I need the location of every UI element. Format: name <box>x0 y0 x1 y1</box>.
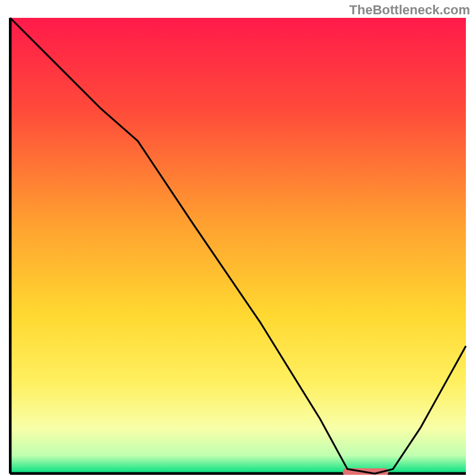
bottleneck-chart <box>9 17 467 475</box>
watermark-text: TheBottleneck.com <box>349 2 470 18</box>
chart-canvas <box>9 17 467 475</box>
